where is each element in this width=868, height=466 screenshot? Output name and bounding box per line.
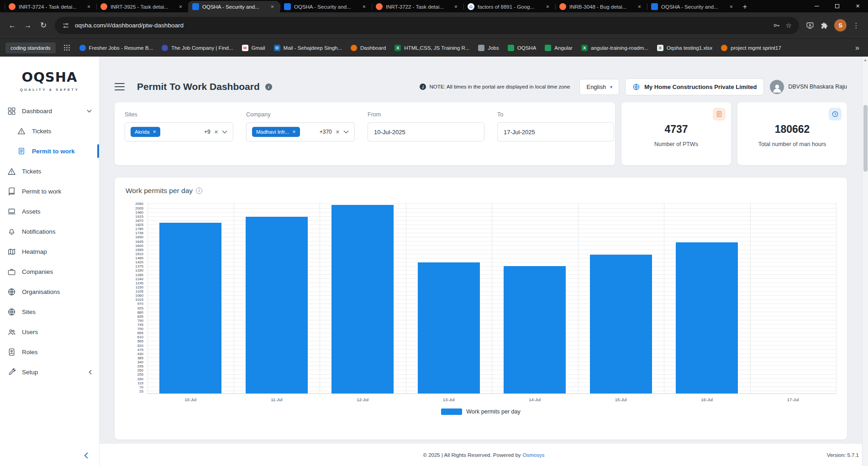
browser-tab[interactable]: INRT-3722 - Task detai... ✕ <box>372 1 463 12</box>
company-multiselect[interactable]: Madhavi Infr... ✕ +370 ✕ <box>246 122 355 141</box>
hamburger-menu-icon[interactable] <box>115 83 125 90</box>
company-selector[interactable]: My Home Constructions Private Limited <box>625 79 764 95</box>
extensions-puzzle-icon[interactable] <box>817 18 832 33</box>
browser-tab[interactable]: INRT-3925 - Task detai... ✕ <box>96 1 188 12</box>
bookmark-item[interactable]: The Job Company | Find... <box>158 43 237 53</box>
browser-menu-icon[interactable]: ⋮ <box>849 18 863 33</box>
sidebar-item-permit-to-work[interactable]: Permit to work <box>0 181 99 201</box>
reload-button[interactable]: ↻ <box>36 18 51 33</box>
scrollbar-thumb[interactable] <box>863 105 868 172</box>
sidebar-item-dashboard[interactable]: Dashboard <box>0 101 99 121</box>
clear-icon[interactable]: ✕ <box>214 129 218 135</box>
clear-icon[interactable]: ✕ <box>336 129 340 135</box>
company-chip[interactable]: Madhavi Infr... ✕ <box>252 127 300 137</box>
to-date-input[interactable]: 17-Jul-2025 <box>497 122 614 141</box>
sidebar-item-organisations[interactable]: Organisations <box>0 282 99 302</box>
footer: © 2025 | All Rights Reserved. Powered by… <box>100 443 868 466</box>
close-window-button[interactable]: ✕ <box>847 0 868 12</box>
browser-tab-active[interactable]: OQSHA - Security and... ✕ <box>188 1 280 12</box>
sidebar-item-tickets[interactable]: Tickets <box>0 161 99 181</box>
sidebar-item-notifications[interactable]: Notifications <box>0 221 99 241</box>
bar[interactable] <box>246 217 308 393</box>
browser-tab[interactable]: INRB-3048 - Bug detai... ✕ <box>555 1 647 12</box>
password-key-icon[interactable] <box>773 21 780 29</box>
tab-close-icon[interactable]: ✕ <box>728 3 735 10</box>
forward-button[interactable]: → <box>20 18 36 33</box>
tab-close-icon[interactable]: ✕ <box>177 3 184 10</box>
browser-tab-strip: INRT-3724 - Task detai... ✕ INRT-3925 - … <box>0 0 868 12</box>
osmosys-link[interactable]: Osmosys <box>523 452 545 458</box>
bar[interactable] <box>159 223 221 393</box>
apps-grid-icon[interactable] <box>63 44 70 51</box>
bookmark-star-icon[interactable]: ☆ <box>786 21 792 30</box>
from-date-input[interactable]: 10-Jul-2025 <box>368 122 484 141</box>
sidebar-item-sites[interactable]: Sites <box>0 302 99 322</box>
bookmark-item[interactable]: Fresher Jobs - Resume B... <box>76 43 157 53</box>
tab-close-icon[interactable]: ✕ <box>85 3 92 10</box>
bar[interactable] <box>590 255 652 393</box>
tab-close-icon[interactable]: ✕ <box>544 3 551 10</box>
chip-remove-icon[interactable]: ✕ <box>153 130 157 134</box>
tab-title: INRT-3724 - Task detai... <box>19 4 82 10</box>
chip-remove-icon[interactable]: ✕ <box>292 130 296 134</box>
chevron-down-icon[interactable] <box>87 110 92 113</box>
bookmarks-overflow-icon[interactable]: » <box>852 44 863 52</box>
site-chip[interactable]: Akrida ✕ <box>131 127 160 137</box>
sidebar-item-roles[interactable]: Roles <box>0 342 99 362</box>
browser-tab[interactable]: INRT-3724 - Task detai... ✕ <box>5 1 96 12</box>
vertical-scrollbar[interactable]: ▲ <box>862 57 868 466</box>
bookmark-item[interactable]: X angular-training-roadm... <box>578 43 652 53</box>
browser-tab[interactable]: OQSHA - Security and... ✕ <box>647 1 739 12</box>
url-text[interactable]: oqsha.com/#/dashboard/ptw-dashboard <box>75 22 767 29</box>
bookmark-item[interactable]: X HTML,CSS, JS Training R... <box>391 43 473 53</box>
chart-legend[interactable]: Work permits per day <box>126 408 836 415</box>
chart-info-icon[interactable]: i <box>196 188 202 194</box>
maximize-button[interactable] <box>827 0 847 12</box>
bookmark-coding-standards[interactable]: coding standards <box>5 42 56 53</box>
site-settings-icon[interactable] <box>62 22 69 29</box>
bookmark-item[interactable]: X Oqsha testing1.xlsx <box>653 43 716 53</box>
user-menu[interactable]: DBVSN Bhaskara Raju <box>770 80 847 94</box>
tab-close-icon[interactable]: ✕ <box>269 3 276 10</box>
sites-multiselect[interactable]: Akrida ✕ +9 ✕ <box>125 122 233 141</box>
language-select[interactable]: English ▾ <box>579 79 619 95</box>
bar[interactable] <box>676 242 738 393</box>
bar[interactable] <box>504 266 566 393</box>
bookmark-item[interactable]: O Mail - Sehajdeep Singh... <box>270 43 346 53</box>
sidebar-item-permit-to-work-sub[interactable]: Permit to work <box>0 141 99 161</box>
browser-tab[interactable]: G factors of 8891 - Goog... ✕ <box>463 1 555 12</box>
bookmark-item[interactable]: Angular <box>541 43 576 53</box>
chevron-down-icon[interactable] <box>222 130 227 134</box>
browser-profile-avatar[interactable]: S <box>834 19 847 31</box>
browser-tab[interactable]: OQSHA - Security and... ✕ <box>280 1 372 12</box>
sidebar-item-assets[interactable]: Assets <box>0 201 99 221</box>
tab-close-icon[interactable]: ✕ <box>361 3 368 10</box>
back-button[interactable]: ← <box>5 18 20 33</box>
sidebar-item-heatmap[interactable]: Heatmap <box>0 241 99 262</box>
bookmark-item[interactable]: M Gmail <box>238 43 269 53</box>
bar[interactable] <box>418 262 480 393</box>
new-tab-button[interactable]: + <box>739 1 751 12</box>
sidebar-item-users[interactable]: Users <box>0 322 99 342</box>
tab-close-icon[interactable]: ✕ <box>636 3 643 10</box>
chevron-left-icon[interactable] <box>89 370 92 375</box>
tab-close-icon[interactable]: ✕ <box>452 3 459 10</box>
bookmark-item[interactable]: Jobs <box>474 43 502 53</box>
address-bar[interactable]: oqsha.com/#/dashboard/ptw-dashboard ☆ <box>55 17 799 34</box>
bookmark-item[interactable]: project mgmt sprint17 <box>717 43 785 53</box>
minimize-button[interactable] <box>806 0 827 12</box>
sidebar-item-tickets-sub[interactable]: Tickets <box>0 121 99 141</box>
title-info-icon[interactable]: i <box>265 84 272 90</box>
y-tick-label: 1240 <box>135 278 143 281</box>
sidebar-item-setup[interactable]: Setup <box>0 362 99 382</box>
sidebar-collapse-icon[interactable] <box>84 452 88 459</box>
scrollbar-up-icon[interactable]: ▲ <box>863 57 867 63</box>
sidebar-item-companies[interactable]: Companies <box>0 262 99 282</box>
chevron-down-icon[interactable] <box>343 130 349 134</box>
y-tick-label: 25 <box>139 390 143 393</box>
users-icon <box>7 328 16 336</box>
install-app-icon[interactable] <box>803 18 817 33</box>
bar[interactable] <box>331 205 394 393</box>
bookmark-item[interactable]: Dashboard <box>347 43 389 53</box>
bookmark-item[interactable]: OQSHA <box>504 43 540 53</box>
